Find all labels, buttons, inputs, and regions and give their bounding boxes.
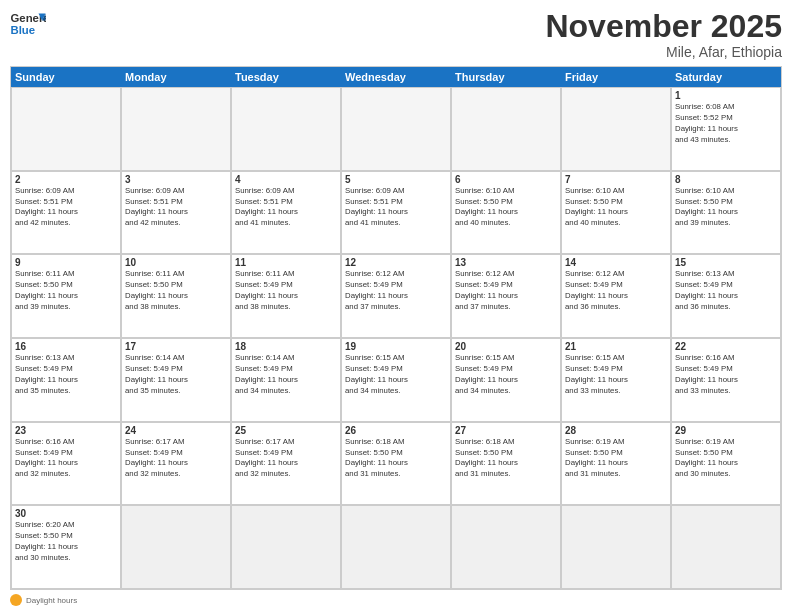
- day-info: Sunrise: 6:10 AM Sunset: 5:50 PM Dayligh…: [455, 186, 557, 230]
- day-info: Sunrise: 6:09 AM Sunset: 5:51 PM Dayligh…: [235, 186, 337, 230]
- day-info: Sunrise: 6:19 AM Sunset: 5:50 PM Dayligh…: [565, 437, 667, 481]
- day-cell: 18Sunrise: 6:14 AM Sunset: 5:49 PM Dayli…: [231, 338, 341, 422]
- day-info: Sunrise: 6:13 AM Sunset: 5:49 PM Dayligh…: [15, 353, 117, 397]
- day-cell: 1Sunrise: 6:08 AM Sunset: 5:52 PM Daylig…: [671, 87, 781, 171]
- day-number: 18: [235, 341, 337, 352]
- day-cell: 15Sunrise: 6:13 AM Sunset: 5:49 PM Dayli…: [671, 254, 781, 338]
- day-info: Sunrise: 6:14 AM Sunset: 5:49 PM Dayligh…: [235, 353, 337, 397]
- day-cell: 27Sunrise: 6:18 AM Sunset: 5:50 PM Dayli…: [451, 422, 561, 506]
- day-cell: 17Sunrise: 6:14 AM Sunset: 5:49 PM Dayli…: [121, 338, 231, 422]
- day-cell: 20Sunrise: 6:15 AM Sunset: 5:49 PM Dayli…: [451, 338, 561, 422]
- day-info: Sunrise: 6:19 AM Sunset: 5:50 PM Dayligh…: [675, 437, 777, 481]
- day-info: Sunrise: 6:15 AM Sunset: 5:49 PM Dayligh…: [565, 353, 667, 397]
- page: General Blue November 2025 Mile, Afar, E…: [0, 0, 792, 612]
- header: General Blue November 2025 Mile, Afar, E…: [10, 10, 782, 60]
- day-cell: 26Sunrise: 6:18 AM Sunset: 5:50 PM Dayli…: [341, 422, 451, 506]
- day-cell: [121, 505, 231, 589]
- day-number: 7: [565, 174, 667, 185]
- day-number: 22: [675, 341, 777, 352]
- day-cell: 25Sunrise: 6:17 AM Sunset: 5:49 PM Dayli…: [231, 422, 341, 506]
- footer-label: Daylight hours: [26, 596, 77, 605]
- day-cell: 10Sunrise: 6:11 AM Sunset: 5:50 PM Dayli…: [121, 254, 231, 338]
- day-info: Sunrise: 6:09 AM Sunset: 5:51 PM Dayligh…: [125, 186, 227, 230]
- day-number: 24: [125, 425, 227, 436]
- day-cell: 30Sunrise: 6:20 AM Sunset: 5:50 PM Dayli…: [11, 505, 121, 589]
- day-cell: 29Sunrise: 6:19 AM Sunset: 5:50 PM Dayli…: [671, 422, 781, 506]
- day-info: Sunrise: 6:11 AM Sunset: 5:50 PM Dayligh…: [125, 269, 227, 313]
- day-info: Sunrise: 6:13 AM Sunset: 5:49 PM Dayligh…: [675, 269, 777, 313]
- month-title: November 2025: [545, 10, 782, 42]
- day-number: 25: [235, 425, 337, 436]
- day-header-friday: Friday: [561, 67, 671, 87]
- day-cell: [451, 505, 561, 589]
- calendar-grid: 1Sunrise: 6:08 AM Sunset: 5:52 PM Daylig…: [11, 87, 781, 589]
- day-cell: 19Sunrise: 6:15 AM Sunset: 5:49 PM Dayli…: [341, 338, 451, 422]
- day-number: 8: [675, 174, 777, 185]
- day-info: Sunrise: 6:09 AM Sunset: 5:51 PM Dayligh…: [345, 186, 447, 230]
- day-cell: 11Sunrise: 6:11 AM Sunset: 5:49 PM Dayli…: [231, 254, 341, 338]
- location: Mile, Afar, Ethiopia: [545, 44, 782, 60]
- day-number: 21: [565, 341, 667, 352]
- day-header-monday: Monday: [121, 67, 231, 87]
- day-info: Sunrise: 6:10 AM Sunset: 5:50 PM Dayligh…: [675, 186, 777, 230]
- day-cell: 7Sunrise: 6:10 AM Sunset: 5:50 PM Daylig…: [561, 171, 671, 255]
- day-cell: 16Sunrise: 6:13 AM Sunset: 5:49 PM Dayli…: [11, 338, 121, 422]
- day-number: 10: [125, 257, 227, 268]
- day-number: 23: [15, 425, 117, 436]
- day-cell: 8Sunrise: 6:10 AM Sunset: 5:50 PM Daylig…: [671, 171, 781, 255]
- day-number: 16: [15, 341, 117, 352]
- day-number: 17: [125, 341, 227, 352]
- logo: General Blue: [10, 10, 46, 38]
- day-number: 2: [15, 174, 117, 185]
- svg-text:Blue: Blue: [11, 24, 36, 36]
- day-cell: [231, 87, 341, 171]
- day-cell: 2Sunrise: 6:09 AM Sunset: 5:51 PM Daylig…: [11, 171, 121, 255]
- day-header-sunday: Sunday: [11, 67, 121, 87]
- day-number: 26: [345, 425, 447, 436]
- day-cell: 3Sunrise: 6:09 AM Sunset: 5:51 PM Daylig…: [121, 171, 231, 255]
- day-info: Sunrise: 6:14 AM Sunset: 5:49 PM Dayligh…: [125, 353, 227, 397]
- day-number: 27: [455, 425, 557, 436]
- day-cell: [561, 87, 671, 171]
- day-info: Sunrise: 6:15 AM Sunset: 5:49 PM Dayligh…: [455, 353, 557, 397]
- day-number: 11: [235, 257, 337, 268]
- day-info: Sunrise: 6:12 AM Sunset: 5:49 PM Dayligh…: [455, 269, 557, 313]
- day-cell: [341, 505, 451, 589]
- day-number: 30: [15, 508, 117, 519]
- day-info: Sunrise: 6:09 AM Sunset: 5:51 PM Dayligh…: [15, 186, 117, 230]
- day-info: Sunrise: 6:16 AM Sunset: 5:49 PM Dayligh…: [675, 353, 777, 397]
- day-cell: 4Sunrise: 6:09 AM Sunset: 5:51 PM Daylig…: [231, 171, 341, 255]
- footer-box: Daylight hours: [10, 594, 77, 606]
- day-number: 12: [345, 257, 447, 268]
- day-cell: [121, 87, 231, 171]
- day-number: 9: [15, 257, 117, 268]
- day-info: Sunrise: 6:11 AM Sunset: 5:50 PM Dayligh…: [15, 269, 117, 313]
- day-info: Sunrise: 6:15 AM Sunset: 5:49 PM Dayligh…: [345, 353, 447, 397]
- day-info: Sunrise: 6:12 AM Sunset: 5:49 PM Dayligh…: [345, 269, 447, 313]
- day-cell: [341, 87, 451, 171]
- day-header-saturday: Saturday: [671, 67, 781, 87]
- day-number: 13: [455, 257, 557, 268]
- day-cell: 5Sunrise: 6:09 AM Sunset: 5:51 PM Daylig…: [341, 171, 451, 255]
- footer: Daylight hours: [10, 594, 782, 606]
- day-cell: 23Sunrise: 6:16 AM Sunset: 5:49 PM Dayli…: [11, 422, 121, 506]
- day-cell: [231, 505, 341, 589]
- day-info: Sunrise: 6:17 AM Sunset: 5:49 PM Dayligh…: [125, 437, 227, 481]
- day-cell: [561, 505, 671, 589]
- day-info: Sunrise: 6:10 AM Sunset: 5:50 PM Dayligh…: [565, 186, 667, 230]
- day-number: 19: [345, 341, 447, 352]
- day-info: Sunrise: 6:17 AM Sunset: 5:49 PM Dayligh…: [235, 437, 337, 481]
- day-header-tuesday: Tuesday: [231, 67, 341, 87]
- day-cell: 12Sunrise: 6:12 AM Sunset: 5:49 PM Dayli…: [341, 254, 451, 338]
- title-area: November 2025 Mile, Afar, Ethiopia: [545, 10, 782, 60]
- day-info: Sunrise: 6:18 AM Sunset: 5:50 PM Dayligh…: [345, 437, 447, 481]
- day-cell: 6Sunrise: 6:10 AM Sunset: 5:50 PM Daylig…: [451, 171, 561, 255]
- day-number: 28: [565, 425, 667, 436]
- day-headers: SundayMondayTuesdayWednesdayThursdayFrid…: [11, 67, 781, 87]
- day-info: Sunrise: 6:20 AM Sunset: 5:50 PM Dayligh…: [15, 520, 117, 564]
- day-header-thursday: Thursday: [451, 67, 561, 87]
- day-cell: 22Sunrise: 6:16 AM Sunset: 5:49 PM Dayli…: [671, 338, 781, 422]
- day-number: 1: [675, 90, 777, 101]
- day-cell: [671, 505, 781, 589]
- day-number: 4: [235, 174, 337, 185]
